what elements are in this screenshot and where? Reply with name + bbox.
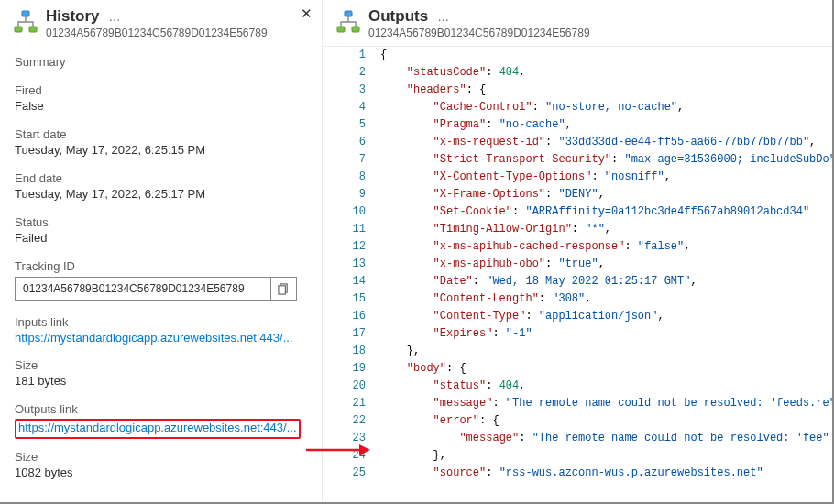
fired-value: False	[15, 99, 307, 113]
json-viewer[interactable]: 1234567891011121314151617181920212223242…	[323, 46, 832, 502]
start-date-label: Start date	[15, 127, 307, 141]
fired-label: Fired	[15, 83, 307, 97]
svg-rect-5	[345, 11, 352, 16]
end-date-value: Tuesday, May 17, 2022, 6:25:17 PM	[15, 187, 307, 201]
close-icon[interactable]: ✕	[301, 5, 313, 22]
summary-heading: Summary	[15, 55, 307, 69]
status-value: Failed	[15, 231, 307, 245]
arrow-annotation-icon	[306, 440, 370, 460]
tracking-id-field	[15, 277, 297, 301]
outputs-link[interactable]: https://mystandardlogicapp.azurewebsites…	[18, 421, 297, 434]
outputs-size-label: Size	[15, 450, 307, 464]
line-number-gutter: 1234567891011121314151617181920212223242…	[346, 47, 377, 502]
workflow-icon	[13, 10, 38, 36]
outputs-title: Outputs	[368, 7, 428, 26]
outputs-size-value: 1082 bytes	[15, 466, 307, 479]
more-icon[interactable]: …	[109, 8, 121, 27]
svg-rect-4	[279, 285, 285, 293]
inputs-link-label: Inputs link	[15, 315, 307, 329]
history-panel-header: History … 01234A56789B01234C56789D01234E…	[0, 0, 322, 40]
svg-rect-7	[352, 27, 359, 32]
history-title: History	[46, 7, 100, 26]
outputs-panel: Outputs … 01234A56789B01234C56789D01234E…	[323, 0, 832, 502]
outputs-link-highlight: https://mystandardlogicapp.azurewebsites…	[15, 419, 301, 439]
inputs-link[interactable]: https://mystandardlogicapp.azurewebsites…	[15, 331, 293, 345]
inputs-size-label: Size	[15, 358, 307, 372]
copy-button[interactable]	[270, 278, 296, 300]
status-label: Status	[15, 215, 307, 229]
history-panel: History … 01234A56789B01234C56789D01234E…	[0, 0, 323, 502]
more-icon[interactable]: …	[437, 8, 449, 27]
svg-rect-1	[15, 27, 22, 32]
outputs-panel-header: Outputs … 01234A56789B01234C56789D01234E…	[323, 0, 832, 40]
start-date-value: Tuesday, May 17, 2022, 6:25:15 PM	[15, 143, 307, 157]
svg-marker-9	[359, 444, 370, 455]
svg-rect-2	[29, 27, 37, 32]
json-content: { "statusCode": 404, "headers": { "Cache…	[377, 47, 832, 502]
svg-rect-0	[22, 11, 29, 16]
tracking-id-input[interactable]	[16, 282, 270, 295]
svg-rect-6	[337, 27, 345, 32]
copy-icon	[278, 283, 290, 295]
outputs-run-id: 01234A56789B01234C56789D01234E56789	[368, 27, 590, 39]
workflow-icon	[335, 10, 361, 36]
inputs-size-value: 181 bytes	[15, 374, 307, 388]
end-date-label: End date	[15, 171, 307, 185]
tracking-id-label: Tracking ID	[15, 259, 307, 273]
outputs-link-label: Outputs link	[15, 402, 307, 416]
history-run-id: 01234A56789B01234C56789D01234E56789	[46, 27, 268, 39]
